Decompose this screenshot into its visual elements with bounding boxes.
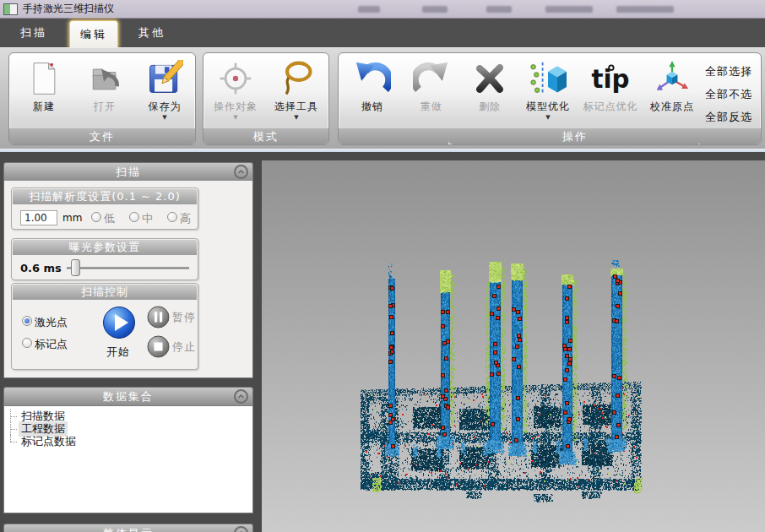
pause-icon	[147, 306, 170, 328]
model-optimize-icon	[528, 57, 568, 100]
pause-button	[147, 306, 170, 328]
target-crosshair-icon	[217, 57, 254, 100]
scan-section-header: 扫描	[3, 162, 253, 181]
save-floppy-icon	[146, 57, 183, 100]
marker-optimize-button: tip 标记点优化	[580, 57, 641, 129]
tree-item-label: 标记点数据	[19, 434, 79, 449]
open-button: 打开	[75, 57, 134, 129]
ribbon-bottom-edge	[0, 149, 765, 152]
title-bar: 手持激光三维扫描仪	[0, 0, 765, 19]
new-button[interactable]: 新建	[14, 57, 73, 129]
chevron-up-icon	[237, 168, 245, 176]
start-button[interactable]	[102, 306, 136, 339]
chevron-down-icon: ▼	[233, 114, 237, 121]
chevron-down-icon: ▼	[545, 114, 550, 121]
select-tool-button[interactable]: 选择工具 ▼	[266, 57, 327, 129]
undo-button[interactable]: 撤销	[345, 57, 399, 129]
resolution-title: 扫描解析度设置(0.1 ~ 2.0)	[13, 189, 197, 204]
scan-collapse-button[interactable]	[234, 165, 248, 179]
scan-control-groupbox: 扫描控制 激光点 标记点 开始 暂停	[11, 283, 198, 370]
ribbon-group-file: 新建 打开 保存为 ▼ 文件	[8, 52, 196, 145]
display-collapse-button[interactable]	[234, 526, 248, 532]
operation-target-button: 操作对象 ▼	[207, 57, 264, 129]
origin-axes-icon	[654, 57, 691, 100]
scan-control-title: 扫描控制	[13, 285, 197, 300]
marker-point-label: 标记点	[35, 337, 68, 352]
display-section-title: 整体显示	[103, 526, 154, 532]
ribbon-group-operation: 撤销 重做 删除 模型优化 ▼ tip 标记点优化	[338, 52, 762, 145]
marker-point-radio[interactable]	[22, 338, 32, 348]
tab-other[interactable]: 其他	[127, 19, 177, 47]
exposure-slider-track[interactable]	[67, 267, 189, 270]
selection-stack: 全部选择 全部不选 全部反选	[705, 64, 752, 125]
dataset-collapse-button[interactable]	[234, 389, 248, 404]
laser-point-radio[interactable]	[22, 316, 32, 326]
new-document-icon	[25, 57, 62, 100]
resolution-groupbox: 扫描解析度设置(0.1 ~ 2.0) mm 低 中 高	[11, 187, 198, 230]
dataset-section-title: 数据集合	[103, 389, 154, 404]
delete-x-icon	[471, 57, 508, 100]
chevron-down-icon: ▼	[294, 114, 298, 121]
resolution-unit: mm	[62, 212, 82, 224]
laser-point-label: 激光点	[35, 315, 68, 330]
calibrate-origin-button[interactable]: 校准原点	[644, 57, 700, 129]
window-title: 手持激光三维扫描仪	[23, 2, 114, 16]
exposure-title: 曝光参数设置	[13, 240, 197, 255]
open-folder-icon	[86, 57, 123, 100]
tree-guide	[4, 435, 19, 448]
chevron-down-icon: ▼	[162, 114, 166, 121]
tree-guide	[4, 422, 19, 435]
mode-group-label: 模式	[203, 128, 328, 144]
resolution-mid-radio[interactable]	[129, 212, 139, 222]
resolution-high-radio[interactable]	[167, 212, 177, 222]
tree-guide	[4, 410, 19, 422]
select-all-button[interactable]: 全部选择	[705, 64, 752, 79]
dataset-section-header: 数据集合	[3, 387, 253, 405]
resolution-low-label: 低	[104, 211, 115, 226]
viewport-3d[interactable]	[262, 160, 765, 532]
exposure-groupbox: 曝光参数设置 0.6 ms	[11, 238, 198, 280]
stop-icon	[147, 335, 170, 358]
scan-section-title: 扫描	[116, 165, 141, 180]
tab-scan[interactable]: 扫描	[7, 19, 61, 47]
scan-section-body: 扫描解析度设置(0.1 ~ 2.0) mm 低 中 高 曝光参数设置 0.6 m…	[3, 181, 253, 378]
resolution-high-label: 高	[180, 211, 191, 226]
save-as-button[interactable]: 保存为 ▼	[136, 57, 193, 129]
redo-button: 重做	[406, 57, 457, 129]
viewport-canvas[interactable]	[262, 160, 765, 532]
tab-edit[interactable]: 编辑	[69, 20, 118, 47]
exposure-slider-handle[interactable]	[71, 259, 80, 276]
play-icon	[102, 306, 136, 339]
resolution-input[interactable]	[20, 210, 57, 225]
dataset-tree: 扫描数据 工程数据 标记点数据	[3, 405, 253, 513]
ribbon-tab-bar: 扫描 编辑 其他	[0, 19, 765, 47]
select-invert-button[interactable]: 全部反选	[705, 110, 752, 125]
exposure-value: 0.6 ms	[20, 262, 62, 274]
redo-icon	[413, 57, 450, 100]
resolution-mid-label: 中	[142, 211, 153, 226]
stop-button	[147, 335, 170, 358]
start-label: 开始	[106, 345, 130, 360]
undo-icon	[354, 57, 391, 100]
operation-group-label-fill	[700, 128, 761, 144]
ribbon-group-mode: 操作对象 ▼ 选择工具 ▼ 模式	[203, 52, 329, 145]
tree-item-marker-data[interactable]: 标记点数据	[4, 435, 252, 448]
tip-logo-icon: tip	[587, 57, 634, 100]
operation-group-label: 操作	[448, 128, 702, 144]
stop-label: 停止	[172, 339, 196, 355]
select-none-button[interactable]: 全部不选	[705, 87, 752, 102]
lasso-icon	[278, 57, 315, 100]
file-group-label: 文件	[9, 128, 195, 144]
operation-group-label-fill2	[339, 128, 448, 144]
resolution-low-radio[interactable]	[91, 212, 101, 222]
model-optimize-button[interactable]: 模型优化 ▼	[519, 57, 577, 129]
app-icon	[3, 3, 18, 15]
chevron-up-icon	[237, 393, 245, 400]
pause-label: 暂停	[172, 310, 196, 325]
display-section-header: 整体显示	[3, 524, 253, 532]
ribbon: 新建 打开 保存为 ▼ 文件	[0, 47, 765, 149]
delete-button: 删除	[464, 57, 516, 129]
